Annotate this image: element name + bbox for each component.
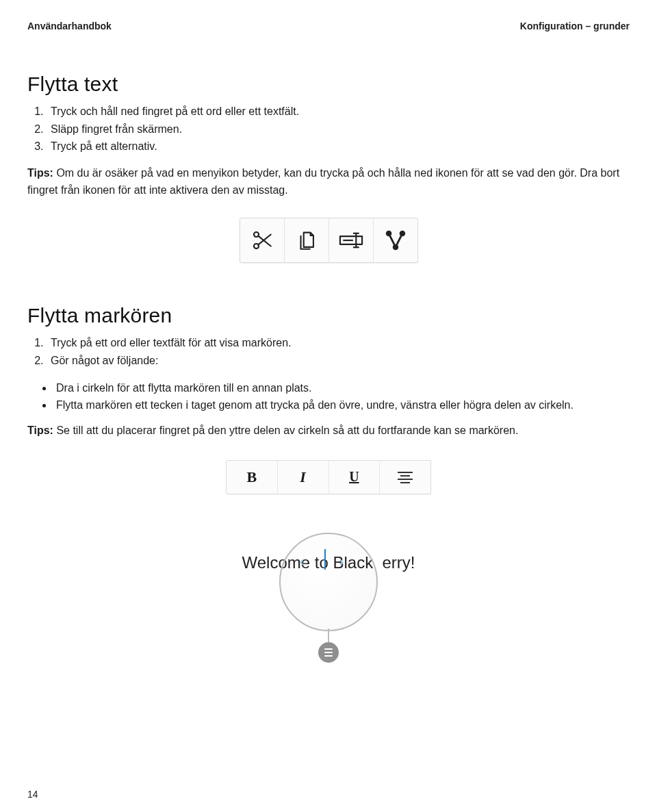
bullet-item: Dra i cirkeln för att flytta markören ti… — [53, 379, 630, 397]
steps-move-cursor: Tryck på ett ord eller textfält för att … — [27, 334, 630, 369]
underline-icon: U — [349, 469, 359, 485]
lense-handle-knob[interactable] — [318, 642, 339, 663]
tip-label: Tips: — [27, 424, 53, 436]
bullet-item: Flytta markören ett tecken i taget genom… — [53, 396, 630, 414]
header-right: Konfiguration – grunder — [520, 21, 630, 31]
page-header: Användarhandbok Konfiguration – grunder — [27, 21, 630, 31]
tip-label: Tips: — [27, 167, 53, 179]
toolbar-button-underline[interactable]: U — [329, 461, 381, 494]
bullets-move-cursor: Dra i cirkeln för att flytta markören ti… — [27, 379, 630, 414]
tip-paragraph-2: Tips: Se till att du placerar fingret på… — [27, 422, 630, 440]
tip-text: Om du är osäker på vad en menyikon betyd… — [27, 167, 619, 196]
lense-handle-bar — [328, 629, 329, 644]
toolbar-button-rename[interactable] — [329, 218, 374, 262]
toolbar-button-bold[interactable]: B — [227, 461, 278, 494]
step-item: Tryck och håll ned fingret på ett ord el… — [47, 103, 630, 120]
toolbar-button-italic[interactable]: I — [278, 461, 329, 494]
cursor-lense: Welcome to Black erry! ‹‹ ›› — [226, 519, 431, 670]
sample-text-right: erry! — [382, 553, 415, 572]
page-number: 14 — [27, 789, 38, 800]
steps-move-text: Tryck och håll ned fingret på ett ord el… — [27, 103, 630, 155]
section-title-move-text: Flytta text — [27, 73, 630, 96]
copy-icon — [295, 229, 318, 252]
cut-icon — [250, 229, 274, 252]
tip-paragraph: Tips: Om du är osäker på vad en menyikon… — [27, 165, 630, 199]
step-item: Gör något av följande: — [47, 352, 630, 370]
rename-icon — [338, 229, 364, 252]
document-page: Användarhandbok Konfiguration – grunder … — [0, 0, 657, 812]
lense-circle[interactable] — [279, 533, 378, 631]
figure-toolbar-actions — [27, 218, 630, 263]
toolbar-button-share[interactable] — [374, 218, 417, 262]
figure-cursor-lense: B I U Welcome to Black erry! ‹‹ — [226, 460, 431, 670]
step-item: Släpp fingret från skärmen. — [47, 120, 630, 138]
sample-text-mid: to Black — [315, 553, 373, 572]
italic-icon: I — [300, 468, 306, 486]
text-caret — [324, 549, 326, 570]
action-toolbar — [240, 218, 418, 263]
format-toolbar: B I U — [226, 460, 431, 494]
header-left: Användarhandbok — [27, 21, 112, 31]
sample-text-left: Welcome — [242, 553, 311, 572]
section-title-move-cursor: Flytta markören — [27, 304, 630, 327]
tip-text: Se till att du placerar fingret på den y… — [53, 424, 518, 436]
toolbar-button-align[interactable] — [380, 461, 430, 494]
svg-line-3 — [258, 235, 270, 245]
bold-icon: B — [247, 468, 257, 486]
svg-line-2 — [258, 236, 270, 246]
sample-text: Welcome to Black erry! — [242, 553, 415, 572]
step-item: Tryck på ett alternativ. — [47, 138, 630, 155]
toolbar-button-copy[interactable] — [285, 218, 329, 262]
share-icon — [384, 229, 407, 252]
step-item: Tryck på ett ord eller textfält för att … — [47, 334, 630, 352]
align-icon — [398, 471, 413, 483]
toolbar-button-cut[interactable] — [240, 218, 285, 262]
